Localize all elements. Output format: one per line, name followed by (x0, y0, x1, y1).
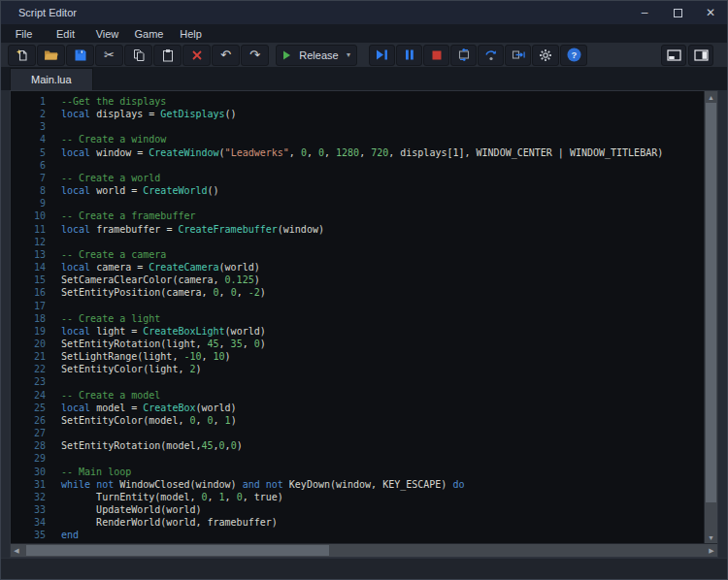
close-button[interactable]: ✕ (694, 1, 727, 24)
line-number: 1 (11, 95, 46, 108)
code-line: 2local displays = GetDisplays() (11, 108, 703, 120)
code-text: end (61, 529, 79, 541)
window-title: Script Editor (1, 7, 628, 18)
toggle-side-panel-button[interactable] (688, 45, 713, 66)
new-file-button[interactable] (8, 45, 36, 66)
menu-game[interactable]: Game (128, 28, 170, 40)
line-number: 15 (11, 274, 46, 286)
scroll-left-arrow-icon[interactable]: ◀ (11, 544, 22, 557)
code-line: 24-- Create a model (11, 389, 703, 402)
horizontal-scrollbar[interactable]: ◀ ▶ (11, 543, 717, 557)
code-line: 15SetCameraClearColor(camera, 0.125) (11, 274, 703, 286)
scroll-up-arrow-icon[interactable]: ▲ (705, 91, 717, 103)
line-number: 26 (11, 414, 46, 427)
delete-button[interactable] (182, 45, 211, 66)
line-number: 8 (11, 184, 46, 197)
code-lines[interactable]: 1--Get the displays2local displays = Get… (11, 91, 703, 543)
menubar: File Edit View Game Help (1, 24, 727, 43)
line-number: 22 (11, 363, 46, 375)
code-line: 3 (11, 120, 703, 133)
code-line: 17 (11, 300, 703, 312)
line-number: 27 (11, 427, 46, 439)
step-out-button[interactable] (505, 45, 531, 66)
line-number: 13 (11, 248, 46, 261)
run-icon (282, 50, 291, 60)
line-number: 2 (11, 108, 46, 120)
minimize-icon: – (642, 6, 648, 19)
script-editor-window: Script Editor – ✕ File Edit View Game He… (0, 0, 728, 580)
line-number: 12 (11, 236, 46, 248)
code-line: 21SetLightRange(light, -10, 10) (11, 350, 703, 363)
code-line: 19local light = CreateBoxLight(world) (11, 325, 703, 338)
paste-button[interactable] (153, 45, 182, 66)
tab-main-lua[interactable]: Main.lua (10, 68, 93, 90)
cut-icon: ✂ (104, 48, 115, 61)
new-file-icon (16, 48, 29, 62)
undo-button[interactable]: ↶ (212, 45, 240, 66)
line-number: 14 (11, 261, 46, 274)
code-line: 12 (11, 236, 703, 248)
maximize-button[interactable] (661, 1, 694, 24)
code-line: 14local camera = CreateCamera(world) (11, 261, 703, 274)
code-line: 16SetEntityPosition(camera, 0, 0, -2) (11, 286, 703, 299)
line-number: 33 (11, 503, 46, 516)
code-text: TurnEntity(model, 0, 1, 0, true) (61, 491, 283, 503)
step-into-button[interactable] (450, 45, 477, 66)
code-text: local window = CreateWindow("Leadwerks",… (61, 146, 663, 159)
pause-button[interactable] (396, 45, 422, 66)
redo-icon: ↷ (249, 48, 260, 61)
cut-button[interactable]: ✂ (95, 45, 123, 66)
help-button[interactable]: ? (560, 45, 587, 66)
line-number: 34 (11, 516, 46, 529)
line-number: 28 (11, 439, 46, 452)
vertical-scroll-thumb[interactable] (706, 103, 716, 502)
help-icon: ? (567, 48, 581, 62)
bottom-panel-icon (667, 49, 681, 61)
close-icon: ✕ (706, 6, 715, 19)
code-line: 10-- Create a framebuffer (11, 209, 703, 222)
code-line: 7-- Create a world (11, 172, 703, 184)
run-mode-dropdown[interactable]: Release ▾ (276, 45, 357, 66)
minimize-button[interactable]: – (628, 1, 661, 24)
code-text: SetEntityPosition(camera, 0, 0, -2) (61, 286, 266, 299)
horizontal-scroll-thumb[interactable] (26, 545, 329, 556)
menu-help[interactable]: Help (170, 28, 212, 40)
tab-label: Main.lua (31, 74, 72, 85)
vertical-scrollbar[interactable]: ▲ ▼ (704, 91, 717, 543)
scroll-down-arrow-icon[interactable]: ▼ (705, 532, 717, 543)
toggle-bottom-panel-button[interactable] (661, 45, 686, 66)
resume-button[interactable] (369, 45, 395, 66)
open-file-button[interactable] (37, 45, 65, 66)
menu-view[interactable]: View (86, 28, 128, 40)
code-text: --Get the displays (61, 95, 166, 108)
scroll-right-arrow-icon[interactable]: ▶ (706, 544, 717, 557)
line-number: 23 (11, 375, 46, 388)
code-line: 9 (11, 197, 703, 209)
panel-toggle-group (661, 45, 713, 66)
stop-button[interactable] (423, 45, 449, 66)
menu-edit[interactable]: Edit (45, 28, 86, 40)
line-number: 4 (11, 133, 46, 145)
code-line: 23 (11, 375, 703, 388)
line-number: 10 (11, 209, 46, 222)
redo-button[interactable]: ↷ (241, 45, 269, 66)
line-number: 7 (11, 172, 46, 184)
code-text: SetEntityColor(light, 2) (61, 363, 202, 375)
copy-button[interactable] (124, 45, 152, 66)
code-text: local model = CreateBox(world) (61, 402, 237, 414)
menu-file[interactable]: File (3, 28, 45, 40)
line-number: 32 (11, 491, 46, 503)
code-line: 26SetEntityColor(model, 0, 0, 1) (11, 414, 703, 427)
line-number: 18 (11, 312, 46, 325)
code-text: local world = CreateWorld() (61, 184, 219, 197)
step-over-button[interactable] (478, 45, 504, 66)
code-text: -- Create a model (61, 389, 160, 402)
line-number: 9 (11, 197, 46, 209)
save-button[interactable] (66, 45, 94, 66)
line-number: 16 (11, 286, 46, 299)
code-line: 20SetEntityRotation(light, 45, 35, 0) (11, 338, 703, 350)
delete-icon (191, 49, 203, 61)
code-text: local displays = GetDisplays() (61, 108, 237, 120)
settings-button[interactable] (532, 45, 559, 66)
code-text: -- Main loop (61, 466, 131, 478)
